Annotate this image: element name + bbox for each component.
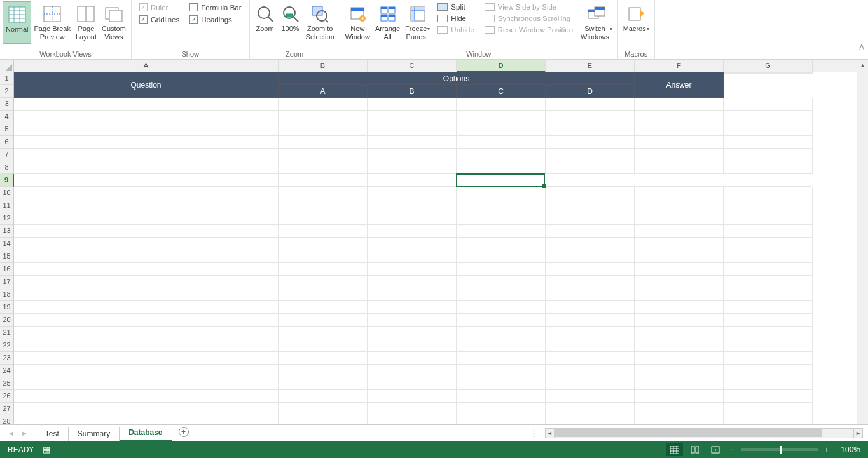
cell[interactable] (14, 111, 279, 123)
cell[interactable] (368, 365, 457, 377)
cell[interactable] (724, 276, 813, 288)
sheet-tab-test[interactable]: Test (36, 427, 69, 441)
cell[interactable] (279, 403, 368, 415)
cell[interactable] (724, 339, 813, 352)
cell[interactable] (724, 365, 813, 377)
cell[interactable] (546, 339, 635, 352)
cell[interactable] (14, 161, 279, 174)
cell[interactable] (724, 225, 813, 238)
header-option-B[interactable]: B (368, 85, 457, 98)
cell[interactable] (724, 187, 813, 199)
row-header-27[interactable]: 27 (0, 403, 13, 415)
cell[interactable] (457, 136, 546, 149)
cell[interactable] (724, 161, 813, 174)
cell[interactable] (14, 123, 279, 136)
cell[interactable] (635, 225, 724, 238)
cell[interactable] (635, 149, 724, 161)
cell[interactable] (368, 149, 457, 161)
header-question[interactable]: Question (14, 72, 279, 98)
cell[interactable] (368, 238, 457, 250)
column-header-A[interactable]: A (14, 60, 279, 72)
cell[interactable] (368, 276, 457, 288)
row-header-20[interactable]: 20 (0, 314, 13, 327)
cell[interactable] (546, 149, 635, 161)
cell[interactable] (368, 339, 457, 352)
cell[interactable] (14, 415, 279, 424)
cell[interactable] (368, 225, 457, 238)
cell[interactable] (635, 365, 724, 377)
row-header-12[interactable]: 12 (0, 212, 13, 225)
row-header-5[interactable]: 5 (0, 123, 13, 136)
cell[interactable] (368, 187, 457, 199)
cell[interactable] (368, 415, 457, 424)
cell[interactable] (457, 301, 546, 314)
cell[interactable] (724, 301, 813, 314)
hide-button[interactable]: Hide (436, 14, 475, 23)
cell[interactable] (724, 352, 813, 365)
cell[interactable] (635, 352, 724, 365)
cell[interactable] (457, 250, 546, 263)
cell[interactable] (546, 250, 635, 263)
cell[interactable] (635, 288, 724, 301)
cell[interactable] (368, 199, 457, 212)
cell[interactable] (14, 136, 279, 149)
cell[interactable] (368, 161, 457, 174)
column-header-C[interactable]: C (368, 60, 457, 72)
cell[interactable] (279, 98, 368, 111)
cell-grid[interactable]: QuestionOptionsABCDAnswer (14, 72, 857, 424)
cell[interactable] (279, 263, 368, 276)
cell[interactable] (635, 123, 724, 136)
cell[interactable] (635, 415, 724, 424)
cell[interactable] (635, 301, 724, 314)
cell[interactable] (14, 174, 279, 187)
cell[interactable] (368, 212, 457, 225)
cell[interactable] (279, 212, 368, 225)
cell[interactable] (635, 377, 724, 390)
cell[interactable] (368, 327, 457, 339)
cell[interactable] (368, 390, 457, 403)
freeze-panes-button[interactable]: Freeze Panes▾ (403, 1, 432, 43)
cell[interactable] (457, 111, 546, 123)
cell[interactable] (457, 199, 546, 212)
cell[interactable] (368, 174, 457, 187)
column-header-F[interactable]: F (635, 60, 724, 72)
cell[interactable] (546, 288, 635, 301)
cell[interactable] (279, 199, 368, 212)
new-window-button[interactable]: ✦ New Window (343, 1, 373, 43)
row-header-2[interactable]: 2 (0, 85, 13, 98)
tab-nav-next[interactable]: ► (21, 429, 28, 437)
cell[interactable] (635, 327, 724, 339)
cell[interactable] (14, 98, 279, 111)
split-button[interactable]: Split (436, 3, 475, 11)
cell[interactable] (457, 123, 546, 136)
cell[interactable] (457, 390, 546, 403)
cell[interactable] (279, 149, 368, 161)
cell[interactable] (279, 276, 368, 288)
page-break-preview-button[interactable]: Page Break Preview (31, 1, 72, 43)
row-header-17[interactable]: 17 (0, 276, 13, 288)
switch-windows-button[interactable]: Switch Windows▾ (578, 1, 615, 43)
cell[interactable] (546, 225, 635, 238)
row-header-1[interactable]: 1 (0, 72, 13, 85)
cell[interactable] (457, 352, 546, 365)
cell[interactable] (14, 149, 279, 161)
scroll-thumb[interactable] (555, 429, 822, 437)
cell[interactable] (457, 365, 546, 377)
cell[interactable] (279, 301, 368, 314)
cell[interactable] (635, 98, 724, 111)
cell[interactable] (14, 339, 279, 352)
cell[interactable] (546, 390, 635, 403)
cell[interactable] (457, 161, 546, 174)
cell[interactable] (14, 390, 279, 403)
sheet-tab-summary[interactable]: Summary (69, 427, 120, 441)
cell[interactable] (279, 415, 368, 424)
row-header-22[interactable]: 22 (0, 339, 13, 352)
page-layout-button[interactable]: Page Layout (73, 1, 99, 43)
row-header-8[interactable]: 8 (0, 161, 13, 174)
cell[interactable] (457, 225, 546, 238)
cell[interactable] (14, 212, 279, 225)
cell[interactable] (279, 327, 368, 339)
cell[interactable] (457, 339, 546, 352)
cell[interactable] (635, 314, 724, 327)
zoom-100-button[interactable]: 100% (278, 1, 303, 43)
